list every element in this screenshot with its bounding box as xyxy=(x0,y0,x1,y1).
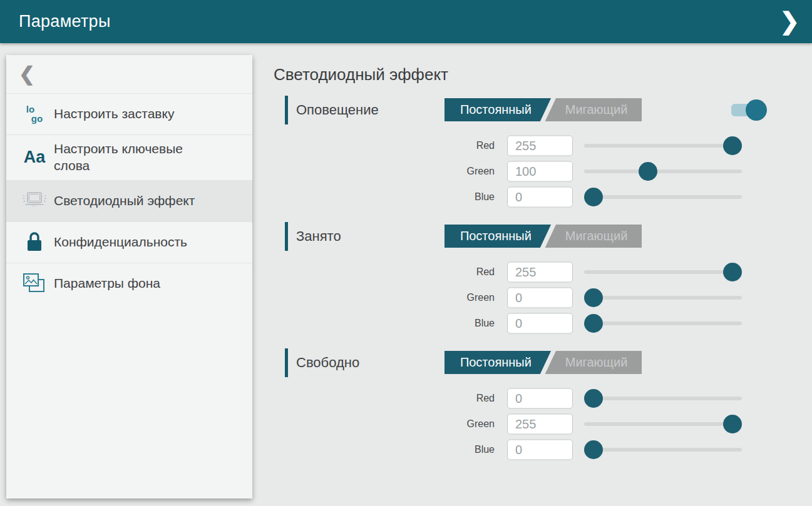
section-busy: Занято Мигающий Постоянный Red Green xyxy=(274,222,812,336)
channel-label: Green xyxy=(419,418,495,430)
channel-label: Green xyxy=(419,292,495,303)
channel-row-blue: Blue xyxy=(274,184,812,210)
slider-thumb[interactable] xyxy=(584,389,603,408)
blue-slider[interactable] xyxy=(584,188,742,206)
sidebar-item-led-effect[interactable]: Светодиодный эффект xyxy=(6,181,252,222)
channel-row-blue: Blue xyxy=(274,437,812,462)
slider-thumb[interactable] xyxy=(584,314,603,333)
panel-title: Светодиодный эффект xyxy=(274,65,812,84)
green-value-input[interactable] xyxy=(507,161,573,181)
slider-track xyxy=(584,422,742,426)
keywords-icon: Aa xyxy=(15,148,54,167)
channel-row-green: Green xyxy=(274,411,812,437)
channel-label: Blue xyxy=(419,444,495,455)
slider-track xyxy=(584,195,742,199)
red-slider[interactable] xyxy=(584,136,742,155)
slider-thumb[interactable] xyxy=(723,415,742,433)
slider-thumb[interactable] xyxy=(584,188,603,206)
channel-row-red: Red xyxy=(274,385,812,411)
sidebar-item-label: Конфиденциальность xyxy=(54,228,187,256)
channel-label: Red xyxy=(419,140,495,151)
channel-row-green: Green xyxy=(274,158,812,184)
slider-track xyxy=(584,144,742,148)
chevron-right-icon[interactable]: ❯ xyxy=(779,0,799,43)
sidebar-item-label: Светодиодный эффект xyxy=(54,187,195,215)
section-free: Свободно Мигающий Постоянный Red Green xyxy=(274,348,812,462)
section-enabled-toggle[interactable] xyxy=(731,99,767,121)
toggle-thumb xyxy=(746,99,767,121)
sidebar-item-label: Параметры фона xyxy=(54,270,160,298)
section-notification: Оповещение Мигающий Постоянный Red Green xyxy=(274,96,812,210)
sidebar-item-privacy[interactable]: Конфиденциальность xyxy=(6,222,252,263)
blue-value-input[interactable] xyxy=(507,439,573,460)
back-button[interactable]: ❮ xyxy=(6,55,252,94)
green-value-input[interactable] xyxy=(507,287,573,308)
channel-row-green: Green xyxy=(274,285,812,310)
blue-slider[interactable] xyxy=(584,440,742,459)
channel-row-blue: Blue xyxy=(274,310,812,336)
channel-row-red: Red xyxy=(274,133,812,158)
sidebar-item-keywords[interactable]: Aa Настроить ключевые слова xyxy=(6,135,252,181)
red-slider[interactable] xyxy=(584,389,742,408)
channel-label: Blue xyxy=(419,318,495,329)
settings-sidebar: ❮ logo Настроить заставку Aa Настроить к… xyxy=(6,55,252,498)
section-label: Свободно xyxy=(296,355,359,371)
channel-label: Blue xyxy=(419,191,495,203)
slider-track xyxy=(584,296,742,300)
blue-value-input[interactable] xyxy=(507,313,573,333)
slider-thumb[interactable] xyxy=(639,162,657,181)
slider-track xyxy=(584,270,742,274)
slider-thumb[interactable] xyxy=(723,263,742,281)
blue-slider[interactable] xyxy=(584,314,742,333)
red-slider[interactable] xyxy=(584,263,742,281)
slider-thumb[interactable] xyxy=(584,288,603,307)
channel-row-red: Red xyxy=(274,259,812,285)
mode-segmented-control: Мигающий Постоянный xyxy=(445,351,642,374)
mode-segmented-control: Мигающий Постоянный xyxy=(445,225,642,248)
red-value-input[interactable] xyxy=(507,135,573,156)
green-slider[interactable] xyxy=(584,162,742,181)
sidebar-item-splash-screen[interactable]: logo Настроить заставку xyxy=(6,94,252,135)
slider-track xyxy=(584,321,742,325)
chevron-left-icon: ❮ xyxy=(19,63,35,86)
images-icon xyxy=(15,272,54,295)
green-slider[interactable] xyxy=(584,415,742,433)
red-value-input[interactable] xyxy=(507,261,573,282)
section-label: Оповещение xyxy=(296,102,379,118)
led-effect-panel: Светодиодный эффект Оповещение Мигающий … xyxy=(252,43,812,506)
slider-thumb[interactable] xyxy=(723,136,742,155)
sidebar-item-label: Настроить ключевые слова xyxy=(54,135,215,180)
channel-label: Red xyxy=(419,266,495,278)
logo-icon: logo xyxy=(15,105,54,123)
app-header: Параметры ❯ xyxy=(0,0,812,43)
slider-track xyxy=(584,397,742,400)
channel-label: Red xyxy=(419,393,495,404)
monitor-icon xyxy=(15,191,54,211)
page-title: Параметры xyxy=(19,12,111,31)
section-accent-bar xyxy=(285,222,288,251)
slider-track xyxy=(584,448,742,452)
mode-segmented-control: Мигающий Постоянный xyxy=(445,98,642,121)
sidebar-item-label: Настроить заставку xyxy=(54,100,174,128)
lock-icon xyxy=(15,231,54,253)
green-value-input[interactable] xyxy=(507,413,573,434)
section-accent-bar xyxy=(285,348,288,377)
slider-thumb[interactable] xyxy=(584,440,603,459)
slider-track xyxy=(584,170,742,173)
blue-value-input[interactable] xyxy=(507,186,573,207)
section-accent-bar xyxy=(285,96,288,124)
red-value-input[interactable] xyxy=(507,388,573,408)
sidebar-item-background[interactable]: Параметры фона xyxy=(6,263,252,304)
section-label: Занято xyxy=(296,228,341,245)
green-slider[interactable] xyxy=(584,288,742,307)
channel-label: Green xyxy=(419,166,495,177)
